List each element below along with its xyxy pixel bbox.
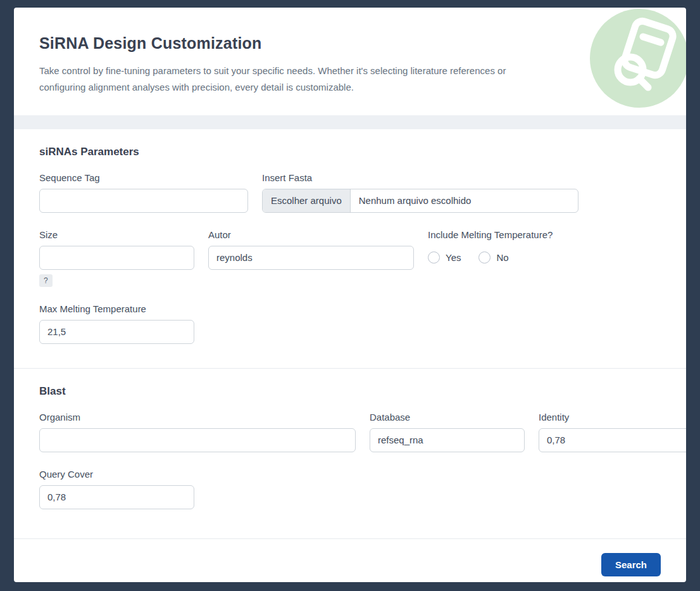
autor-field-group: Autor bbox=[208, 229, 414, 270]
identity-input[interactable] bbox=[539, 428, 686, 452]
sirna-parameters-section: siRNAs Parameters Sequence Tag Insert Fa… bbox=[14, 129, 686, 359]
query-cover-field-group: Query Cover bbox=[39, 469, 194, 509]
melting-no-option[interactable]: No bbox=[478, 251, 508, 264]
sequence-tag-label: Sequence Tag bbox=[39, 172, 248, 183]
identity-field-group: Identity bbox=[539, 412, 686, 452]
autor-input[interactable] bbox=[208, 246, 414, 270]
melting-no-radio[interactable] bbox=[478, 251, 491, 264]
sequence-tag-input[interactable] bbox=[39, 189, 248, 213]
blast-section-heading: Blast bbox=[39, 385, 661, 398]
card-footer: Search bbox=[14, 538, 686, 583]
size-input[interactable] bbox=[39, 246, 194, 270]
organism-label: Organism bbox=[39, 412, 356, 423]
sequence-tag-field-group: Sequence Tag bbox=[39, 172, 248, 213]
size-field-group: Size ? bbox=[39, 229, 194, 287]
query-cover-label: Query Cover bbox=[39, 469, 194, 480]
insert-fasta-field-group: Insert Fasta Escolher arquivo Nenhum arq… bbox=[262, 172, 578, 213]
melting-yes-radio[interactable] bbox=[428, 251, 440, 264]
main-card: SiRNA Design Customization Take control … bbox=[14, 8, 686, 582]
header-divider-strip bbox=[14, 115, 686, 129]
organism-field-group: Organism bbox=[39, 412, 356, 452]
database-input[interactable] bbox=[370, 428, 525, 452]
search-button[interactable]: Search bbox=[601, 553, 661, 576]
page-title: SiRNA Design Customization bbox=[39, 34, 661, 53]
database-label: Database bbox=[370, 412, 525, 423]
max-melting-field-group: Max Melting Temperature bbox=[39, 303, 194, 344]
melting-yes-label: Yes bbox=[446, 252, 461, 263]
melting-yes-option[interactable]: Yes bbox=[428, 251, 461, 264]
blast-section: Blast Organism Database Identity Query C… bbox=[14, 369, 686, 524]
include-melting-label: Include Melting Temperature? bbox=[428, 229, 618, 240]
sirna-section-heading: siRNAs Parameters bbox=[39, 146, 661, 158]
database-field-group: Database bbox=[370, 412, 525, 452]
page-subtitle: Take control by fine-tuning parameters t… bbox=[39, 63, 546, 96]
size-label: Size bbox=[39, 229, 194, 240]
melting-no-label: No bbox=[496, 252, 508, 263]
insert-fasta-label: Insert Fasta bbox=[262, 172, 578, 183]
query-cover-input[interactable] bbox=[39, 485, 194, 509]
file-status-text: Nenhum arquivo escolhido bbox=[351, 189, 480, 212]
max-melting-input[interactable] bbox=[39, 320, 194, 344]
autor-label: Autor bbox=[208, 229, 414, 240]
size-help-badge[interactable]: ? bbox=[39, 274, 53, 287]
organism-input[interactable] bbox=[39, 428, 356, 452]
insert-fasta-file-input[interactable]: Escolher arquivo Nenhum arquivo escolhid… bbox=[262, 189, 578, 213]
page-header: SiRNA Design Customization Take control … bbox=[14, 8, 686, 115]
include-melting-radio-group: Yes No bbox=[428, 246, 618, 270]
file-choose-button[interactable]: Escolher arquivo bbox=[263, 189, 351, 212]
identity-label: Identity bbox=[539, 412, 686, 423]
max-melting-label: Max Melting Temperature bbox=[39, 303, 194, 314]
include-melting-field-group: Include Melting Temperature? Yes No bbox=[428, 229, 618, 270]
app-logo-icon bbox=[590, 9, 686, 108]
